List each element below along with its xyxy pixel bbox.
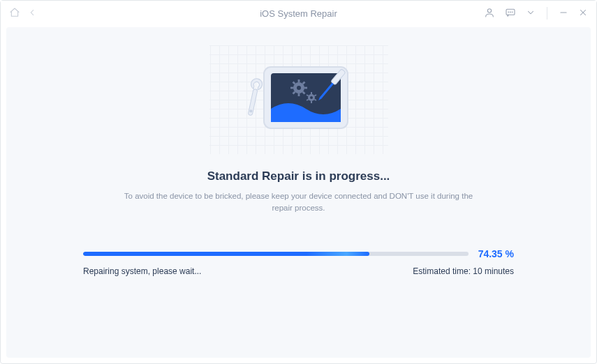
status-right: Estimated time: 10 minutes xyxy=(413,266,514,276)
svg-point-11 xyxy=(297,86,301,90)
chevron-down-icon[interactable] xyxy=(526,8,536,20)
progress-row: 74.35 % xyxy=(83,248,514,259)
feedback-icon[interactable] xyxy=(505,7,516,20)
home-icon[interactable] xyxy=(9,7,20,20)
separator xyxy=(547,7,547,20)
repair-illustration xyxy=(201,45,397,154)
status-left: Repairing system, please wait... xyxy=(83,266,201,276)
account-icon[interactable] xyxy=(484,7,495,20)
progress-subtext: To avoid the device to be bricked, pleas… xyxy=(117,190,480,215)
svg-point-0 xyxy=(487,8,491,12)
svg-point-3 xyxy=(510,11,511,12)
svg-rect-16 xyxy=(297,93,300,96)
svg-rect-22 xyxy=(311,92,312,94)
svg-point-21 xyxy=(310,96,313,99)
svg-point-4 xyxy=(512,11,513,12)
window-title: iOS System Repair xyxy=(260,8,337,19)
progress-track xyxy=(83,252,469,256)
content-area: Standard Repair is in progress... To avo… xyxy=(6,27,591,358)
progress-heading: Standard Repair is in progress... xyxy=(207,169,390,183)
minimize-icon[interactable] xyxy=(559,8,568,20)
svg-rect-18 xyxy=(290,87,293,89)
back-icon[interactable] xyxy=(27,8,37,20)
svg-rect-12 xyxy=(297,79,300,82)
svg-rect-31 xyxy=(248,89,258,115)
progress-bar xyxy=(83,252,369,256)
close-icon[interactable] xyxy=(578,8,588,20)
app-window: iOS System Repair xyxy=(0,0,597,364)
status-row: Repairing system, please wait... Estimat… xyxy=(83,266,514,276)
svg-point-2 xyxy=(508,11,509,12)
svg-rect-14 xyxy=(304,87,307,89)
progress-percent: 74.35 % xyxy=(478,248,514,259)
svg-rect-25 xyxy=(311,101,312,103)
titlebar: iOS System Repair xyxy=(1,1,596,26)
